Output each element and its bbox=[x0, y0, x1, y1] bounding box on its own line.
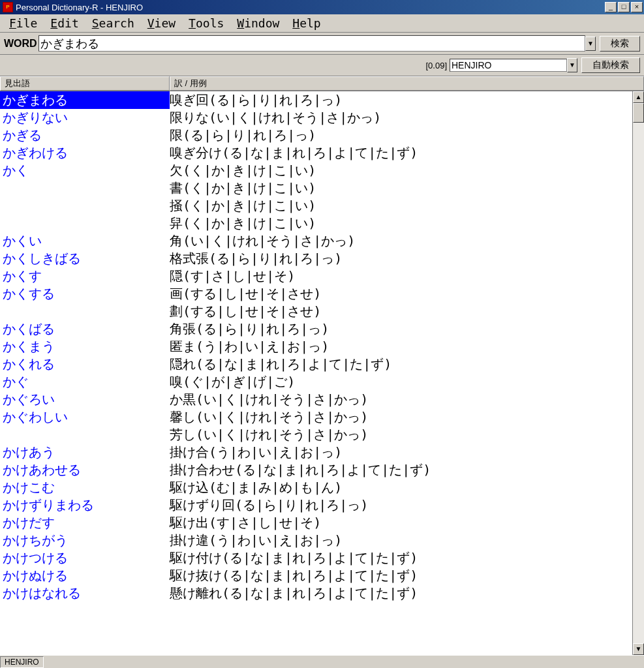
entry-word: かくす bbox=[0, 267, 170, 285]
entry-definition: 掻(く|か|き|け|こ|い) bbox=[170, 197, 632, 215]
list-row[interactable]: かぎる限(る|ら|り|れ|ろ|っ) bbox=[0, 127, 632, 144]
list-row[interactable]: かぐろいか黒(い|く|けれ|そう|さ|かっ) bbox=[0, 391, 632, 408]
search-input[interactable] bbox=[38, 35, 585, 52]
list-row[interactable]: かくれる隠れ(る|な|ま|れ|ろ|よ|て|た|ず) bbox=[0, 356, 632, 373]
entry-definition: 隠れ(る|な|ま|れ|ろ|よ|て|た|ず) bbox=[170, 356, 632, 373]
vertical-scrollbar[interactable]: ▲ ▼ bbox=[632, 91, 644, 655]
menu-edit[interactable]: Edit bbox=[44, 15, 85, 31]
list-row[interactable]: かけこむ駆け込(む|ま|み|め|も|ん) bbox=[0, 479, 632, 496]
entry-definition: 嗅ぎ回(る|ら|り|れ|ろ|っ) bbox=[170, 91, 632, 109]
entry-definition: 駆け付け(る|な|ま|れ|ろ|よ|て|た|ず) bbox=[170, 549, 632, 567]
menu-file[interactable]: File bbox=[3, 15, 44, 31]
list-row[interactable]: 舁(く|か|き|け|こ|い) bbox=[0, 215, 632, 232]
search-time: [0.09] bbox=[425, 61, 447, 70]
menu-view[interactable]: View bbox=[141, 15, 182, 31]
entry-word: かくれる bbox=[0, 356, 170, 373]
entry-definition: 掛け合わせ(る|な|ま|れ|ろ|よ|て|た|ず) bbox=[170, 461, 632, 479]
scroll-thumb[interactable] bbox=[633, 103, 644, 123]
list-row[interactable]: 掻(く|か|き|け|こ|い) bbox=[0, 197, 632, 215]
entry-definition: 馨し(い|く|けれ|そう|さ|かっ) bbox=[170, 408, 632, 426]
entry-word: かぎりない bbox=[0, 109, 170, 127]
minimize-button[interactable]: _ bbox=[605, 2, 617, 12]
entry-word: かくしきばる bbox=[0, 250, 170, 267]
list-row[interactable]: かくばる角張(る|ら|り|れ|ろ|っ) bbox=[0, 320, 632, 338]
menubar: File Edit Search View Tools Window Help bbox=[0, 14, 644, 33]
list-row[interactable]: かくする画(する|し|せ|そ|させ) bbox=[0, 285, 632, 303]
entry-definition: 匿ま(う|わ|い|え|お|っ) bbox=[170, 338, 632, 356]
entry-definition: 駆け抜け(る|な|ま|れ|ろ|よ|て|た|ず) bbox=[170, 567, 632, 584]
menu-search[interactable]: Search bbox=[85, 15, 141, 31]
header-definition[interactable]: 訳 / 用例 bbox=[170, 76, 644, 91]
dictionary-dropdown-icon[interactable]: ▼ bbox=[567, 58, 577, 72]
maximize-button[interactable]: □ bbox=[618, 2, 630, 12]
close-button[interactable]: × bbox=[631, 2, 643, 12]
list-row[interactable]: かくしきばる格式張(る|ら|り|れ|ろ|っ) bbox=[0, 250, 632, 267]
entry-definition: 掛け違(う|わ|い|え|お|っ) bbox=[170, 532, 632, 549]
list-row[interactable]: かけずりまわる駆けずり回(る|ら|り|れ|ろ|っ) bbox=[0, 496, 632, 514]
app-icon: P bbox=[3, 2, 13, 12]
list-row[interactable]: かくい角(い|く|けれ|そう|さ|かっ) bbox=[0, 232, 632, 250]
list-row[interactable]: かけちがう掛け違(う|わ|い|え|お|っ) bbox=[0, 532, 632, 549]
entry-definition: か黒(い|く|けれ|そう|さ|かっ) bbox=[170, 391, 632, 408]
status-dictionary: HENJIRO bbox=[0, 656, 44, 668]
list-row[interactable]: かぐわしい馨し(い|く|けれ|そう|さ|かっ) bbox=[0, 408, 632, 426]
entry-word: かぎる bbox=[0, 127, 170, 144]
entry-word bbox=[0, 426, 170, 444]
entry-word: かけつける bbox=[0, 549, 170, 567]
entry-word bbox=[0, 197, 170, 215]
menu-window[interactable]: Window bbox=[230, 15, 286, 31]
list-row[interactable]: かぎりない限りな(い|く|けれ|そう|さ|かっ) bbox=[0, 109, 632, 127]
list-row[interactable]: かけだす駆け出(す|さ|し|せ|そ) bbox=[0, 514, 632, 532]
search-bar: WORD ▼ 検索 bbox=[0, 33, 644, 55]
entry-definition: 限(る|ら|り|れ|ろ|っ) bbox=[170, 127, 632, 144]
entry-definition: 格式張(る|ら|り|れ|ろ|っ) bbox=[170, 250, 632, 267]
scroll-up-icon[interactable]: ▲ bbox=[633, 91, 644, 103]
search-dropdown-icon[interactable]: ▼ bbox=[585, 37, 596, 51]
entry-word: かけはなれる bbox=[0, 584, 170, 602]
entry-definition: 書(く|か|き|け|こ|い) bbox=[170, 179, 632, 197]
menu-tools[interactable]: Tools bbox=[182, 15, 230, 31]
list-row[interactable]: かけはなれる懸け離れ(る|な|ま|れ|ろ|よ|て|た|ず) bbox=[0, 584, 632, 602]
entry-word: かけずりまわる bbox=[0, 496, 170, 514]
search-button[interactable]: 検索 bbox=[600, 36, 640, 52]
entry-word: かくばる bbox=[0, 320, 170, 338]
list-row[interactable]: 劃(する|し|せ|そ|させ) bbox=[0, 303, 632, 320]
titlebar: P Personal Dictionary-R - HENJIRO _ □ × bbox=[0, 0, 644, 14]
entry-word: かけこむ bbox=[0, 479, 170, 496]
entry-word: かくい bbox=[0, 232, 170, 250]
list-row[interactable]: かくまう匿ま(う|わ|い|え|お|っ) bbox=[0, 338, 632, 356]
entry-definition: 角(い|く|けれ|そう|さ|かっ) bbox=[170, 232, 632, 250]
list-row[interactable]: かぎまわる嗅ぎ回(る|ら|り|れ|ろ|っ) bbox=[0, 91, 632, 109]
entry-definition: 掛け合(う|わ|い|え|お|っ) bbox=[170, 444, 632, 461]
entry-definition: 角張(る|ら|り|れ|ろ|っ) bbox=[170, 320, 632, 338]
list-row[interactable]: 書(く|か|き|け|こ|い) bbox=[0, 179, 632, 197]
entry-definition: 懸け離れ(る|な|ま|れ|ろ|よ|て|た|ず) bbox=[170, 584, 632, 602]
entry-list[interactable]: かぎまわる嗅ぎ回(る|ら|り|れ|ろ|っ)かぎりない限りな(い|く|けれ|そう|… bbox=[0, 91, 632, 655]
entry-definition: 隠(す|さ|し|せ|そ) bbox=[170, 267, 632, 285]
auto-search-button[interactable]: 自動検索 bbox=[581, 57, 640, 73]
list-row[interactable]: かけあわせる掛け合わせ(る|な|ま|れ|ろ|よ|て|た|ず) bbox=[0, 461, 632, 479]
entry-word: かぎわける bbox=[0, 144, 170, 162]
list-row[interactable]: かけつける駆け付け(る|な|ま|れ|ろ|よ|て|た|ず) bbox=[0, 549, 632, 567]
entry-definition: 芳し(い|く|けれ|そう|さ|かっ) bbox=[170, 426, 632, 444]
list-row[interactable]: かぐ嗅(ぐ|が|ぎ|げ|ご) bbox=[0, 373, 632, 391]
header-word[interactable]: 見出語 bbox=[0, 76, 170, 91]
list-row[interactable]: 芳し(い|く|けれ|そう|さ|かっ) bbox=[0, 426, 632, 444]
entry-word bbox=[0, 303, 170, 320]
dictionary-select[interactable] bbox=[450, 59, 567, 72]
entry-definition: 欠(く|か|き|け|こ|い) bbox=[170, 162, 632, 179]
list-row[interactable]: かけあう掛け合(う|わ|い|え|お|っ) bbox=[0, 444, 632, 461]
scroll-track[interactable] bbox=[633, 103, 644, 643]
search-label: WORD bbox=[4, 38, 37, 50]
scroll-down-icon[interactable]: ▼ bbox=[633, 643, 644, 655]
content-area: かぎまわる嗅ぎ回(る|ら|り|れ|ろ|っ)かぎりない限りな(い|く|けれ|そう|… bbox=[0, 91, 644, 655]
menu-help[interactable]: Help bbox=[286, 15, 327, 31]
entry-word: かぎまわる bbox=[0, 91, 170, 109]
list-row[interactable]: かぎわける嗅ぎ分け(る|な|ま|れ|ろ|よ|て|た|ず) bbox=[0, 144, 632, 162]
entry-word bbox=[0, 179, 170, 197]
entry-word: かくまう bbox=[0, 338, 170, 356]
list-row[interactable]: かくす隠(す|さ|し|せ|そ) bbox=[0, 267, 632, 285]
sub-bar: [0.09] ▼ 自動検索 bbox=[0, 55, 644, 76]
list-row[interactable]: かく欠(く|か|き|け|こ|い) bbox=[0, 162, 632, 179]
list-row[interactable]: かけぬける駆け抜け(る|な|ま|れ|ろ|よ|て|た|ず) bbox=[0, 567, 632, 584]
